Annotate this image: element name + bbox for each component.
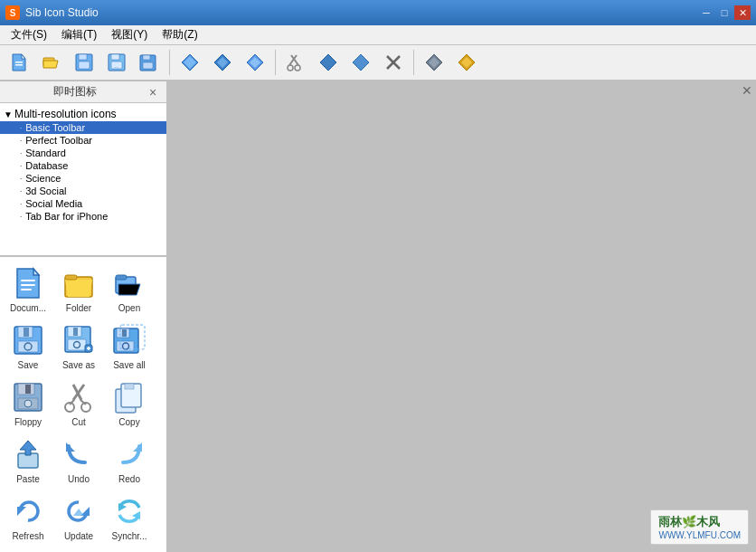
tree-item-label-6: Social Media	[25, 198, 82, 209]
icon-label-paste: Paste	[5, 474, 52, 484]
svg-rect-9	[111, 54, 119, 60]
menu-file[interactable]: 文件(S)	[4, 25, 54, 44]
icon-item-floppy[interactable]: Floppy	[4, 375, 52, 430]
svg-rect-7	[79, 62, 90, 69]
tree-dot-5: ·	[20, 187, 22, 195]
toolbar-new-icon-button[interactable]	[175, 47, 205, 78]
saveall-icon	[111, 322, 147, 358]
icon-label-open: Open	[106, 303, 153, 313]
update-icon	[61, 493, 97, 529]
svg-rect-49	[73, 328, 78, 336]
tree-item-5[interactable]: · 3d Social	[0, 185, 166, 197]
panel-close-button[interactable]: ×	[145, 84, 161, 100]
tree-item-label-2: Standard	[25, 148, 66, 158]
svg-rect-14	[143, 62, 153, 69]
close-button[interactable]: ✕	[734, 5, 751, 20]
icon-label-folder: Folder	[55, 303, 102, 313]
icon-label-floppy: Floppy	[5, 417, 52, 427]
tree-item-6[interactable]: · Social Media	[0, 197, 166, 210]
watermark: 雨林🌿木风 WWW.YLMFU.COM	[650, 509, 749, 545]
menu-view[interactable]: 视图(Y)	[104, 25, 155, 44]
toolbar-cut-button[interactable]	[280, 47, 311, 78]
toolbar-saveall-button[interactable]	[134, 47, 165, 78]
main-layout: 即时图标 × ▼ Multi-resolution icons · Basic …	[0, 81, 756, 552]
tree-root[interactable]: ▼ Multi-resolution icons	[0, 107, 166, 121]
svg-marker-78	[133, 443, 142, 452]
svg-marker-16	[184, 56, 196, 69]
icon-item-saveall[interactable]: Save all	[105, 318, 154, 373]
svg-rect-44	[24, 328, 29, 337]
icon-label-update: Update	[55, 531, 102, 541]
title-bar: S Sib Icon Studio ─ □ ✕	[0, 0, 756, 25]
tree-dot-4: ·	[20, 175, 22, 183]
toolbar-new-button[interactable]	[4, 47, 34, 78]
icons-section[interactable]: Docum... Folder	[0, 257, 166, 552]
toolbar-x-button[interactable]	[378, 47, 409, 78]
svg-point-23	[288, 65, 293, 71]
tree-item-label-0: Basic Toolbar	[25, 122, 85, 133]
toolbar-separator-3	[413, 50, 414, 75]
svg-marker-34	[33, 269, 39, 275]
icon-item-paste[interactable]: Paste	[4, 432, 52, 487]
right-close-button[interactable]: ✕	[742, 83, 752, 98]
svg-rect-3	[15, 64, 23, 66]
toolbar: ...	[0, 45, 756, 81]
refresh-icon	[10, 493, 46, 529]
svg-marker-79	[17, 507, 26, 516]
title-text: Sib Icon Studio	[25, 6, 99, 19]
minimize-button[interactable]: ─	[698, 5, 714, 20]
icon-item-undo[interactable]: Undo	[54, 432, 103, 487]
tree-item-label-3: Database	[25, 160, 68, 171]
svg-marker-26	[353, 54, 369, 71]
toolbar-saveas-button[interactable]: ...	[101, 47, 132, 78]
toolbar-open-icon-button[interactable]	[207, 47, 238, 78]
icon-item-sync[interactable]: Synchr...	[105, 489, 154, 544]
toolbar-gem4-button[interactable]	[451, 47, 482, 78]
left-panel: 即时图标 × ▼ Multi-resolution icons · Basic …	[0, 81, 167, 552]
menu-help[interactable]: 帮助(Z)	[155, 25, 204, 44]
tree-dot-2: ·	[20, 149, 22, 157]
tree-item-4[interactable]: · Science	[0, 172, 166, 185]
svg-marker-25	[320, 54, 336, 71]
tree-item-0[interactable]: · Basic Toolbar	[0, 121, 166, 134]
icon-item-open[interactable]: Open	[105, 261, 154, 316]
svg-marker-81	[73, 509, 84, 516]
svg-point-65	[24, 400, 32, 407]
tree-item-2[interactable]: · Standard	[0, 147, 166, 159]
toolbar-gem2-button[interactable]	[345, 47, 376, 78]
toolbar-gem3-button[interactable]	[419, 47, 449, 78]
icon-label-copy: Copy	[106, 417, 153, 427]
toolbar-open-button[interactable]	[36, 47, 67, 78]
svg-rect-13	[143, 55, 150, 60]
icon-item-update[interactable]: Update	[54, 489, 103, 544]
icon-item-refresh[interactable]: Refresh	[4, 489, 52, 544]
toolbar-close-icon-button[interactable]	[240, 47, 270, 78]
icon-item-saveas[interactable]: Save as	[54, 318, 103, 373]
svg-marker-77	[66, 443, 75, 452]
icon-item-folder[interactable]: Folder	[54, 261, 103, 316]
toolbar-separator-1	[169, 50, 170, 75]
expand-icon: ▼	[4, 109, 13, 119]
icon-label-saveall: Save all	[106, 360, 153, 370]
tree-item-1[interactable]: · Perfect Toolbar	[0, 134, 166, 147]
copy-icon	[111, 379, 147, 415]
svg-rect-41	[116, 275, 127, 280]
sync-icon	[111, 493, 147, 529]
icon-item-cut[interactable]: Cut	[54, 375, 103, 430]
icon-item-document[interactable]: Docum...	[4, 261, 52, 316]
toolbar-gem-button[interactable]	[313, 47, 344, 78]
tree-dot-3: ·	[20, 162, 22, 170]
icon-item-save[interactable]: Save	[4, 318, 52, 373]
icon-label-refresh: Refresh	[5, 531, 52, 541]
watermark-url: WWW.YLMFU.COM	[658, 530, 741, 540]
document-icon	[10, 265, 46, 301]
toolbar-save-button[interactable]	[69, 47, 99, 78]
menu-edit[interactable]: 编辑(T)	[54, 25, 104, 44]
save-icon	[10, 322, 46, 358]
icon-item-copy[interactable]: Copy	[105, 375, 154, 430]
tree-item-7[interactable]: · Tab Bar for iPhone	[0, 210, 166, 223]
tree-item-3[interactable]: · Database	[0, 159, 166, 172]
svg-rect-35	[21, 280, 35, 281]
icon-item-redo[interactable]: Redo	[105, 432, 154, 487]
maximize-button[interactable]: □	[716, 5, 732, 20]
